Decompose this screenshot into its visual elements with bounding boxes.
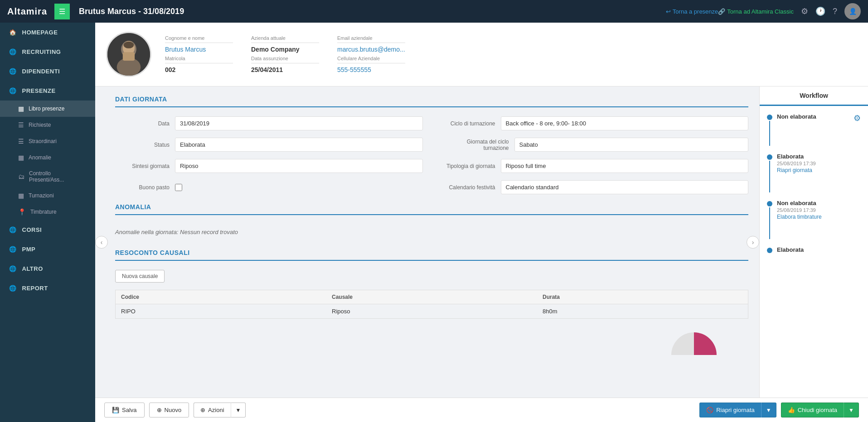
cell-codice: RIPO	[116, 304, 326, 318]
workflow-item-4: Elaborata	[767, 246, 861, 253]
buono-checkbox[interactable]	[175, 184, 182, 191]
richieste-icon: ☰	[18, 121, 24, 129]
chiudi-main-button[interactable]: 👍 Chiudi giornata	[781, 403, 844, 417]
chiudi-arrow-button[interactable]: ▼	[844, 403, 859, 417]
workflow-content: ⚙ Non elaborata	[760, 106, 868, 268]
workflow-dot-2	[767, 154, 772, 160]
workflow-item-content-3: Non elaborata 25/08/2019 17:39 Elabora t…	[777, 200, 861, 220]
next-arrow-button[interactable]: ›	[747, 236, 759, 249]
nuova-causale-button[interactable]: Nuova causale	[115, 270, 165, 283]
workflow-status-4: Elaborata	[777, 246, 861, 253]
settings-icon[interactable]: ⚙	[801, 6, 808, 16]
altro-icon: 🌐	[9, 265, 17, 272]
svg-rect-4	[123, 52, 135, 61]
giornata-label: Giornata del ciclo turnazione	[441, 139, 509, 151]
form-row-calendario: Calendario festività	[441, 180, 749, 194]
workflow-item-content-4: Elaborata	[777, 246, 861, 253]
riapri-split-button: 🚫 Riapri giornata ▼	[699, 403, 776, 417]
sidebar-item-controllo-presenti[interactable]: 🗂 Controllo Presenti/Ass...	[0, 166, 95, 187]
col-causale: Causale	[326, 290, 537, 304]
sidebar-item-presenze[interactable]: 🌐 PRESENZE	[0, 81, 95, 101]
info-group-name: Cognome e nome Brutus Marcus Matricola 0…	[165, 35, 233, 73]
straordinari-icon: ☰	[18, 138, 24, 145]
ciclo-input[interactable]	[501, 116, 749, 130]
email-label: Email aziendale	[337, 35, 405, 43]
dipendenti-icon: 🌐	[9, 68, 17, 75]
workflow-status-3: Non elaborata	[777, 200, 861, 206]
turnazioni-icon: ▦	[18, 192, 24, 199]
help-icon[interactable]: ?	[833, 7, 837, 16]
data-input[interactable]	[175, 116, 423, 130]
col-durata: Durata	[537, 290, 748, 304]
calendario-input[interactable]	[501, 180, 749, 194]
chiudi-split-button: 👍 Chiudi giornata ▼	[781, 403, 859, 417]
body-wrapper: Cognome e nome Brutus Marcus Matricola 0…	[95, 23, 868, 422]
employee-name-link[interactable]: Brutus Marcus	[165, 46, 233, 53]
sidebar-item-straordinari[interactable]: ☰ Straordinari	[0, 133, 95, 149]
cellulare-value[interactable]: 555-555555	[337, 66, 405, 73]
email-value[interactable]: marcus.brutus@demo...	[337, 46, 405, 53]
workflow-action-2[interactable]: Riapri giornata	[777, 167, 861, 173]
cell-durata: 8h0m	[537, 304, 748, 318]
recruiting-icon: 🌐	[9, 48, 17, 55]
corsi-icon: 🌐	[9, 226, 17, 233]
riapri-arrow-button[interactable]: ▼	[761, 403, 776, 417]
workflow-status-1: Non elaborata	[777, 113, 861, 120]
sidebar-item-turnazioni[interactable]: ▦ Turnazioni	[0, 187, 95, 204]
back-link[interactable]: ↩ Torna a presenze	[666, 8, 718, 15]
tipologia-input[interactable]	[501, 159, 749, 173]
sidebar-item-timbrature[interactable]: 📍 Timbrature	[0, 204, 95, 220]
sidebar-item-altro[interactable]: 🌐 ALTRO	[0, 259, 95, 278]
plus-icon: ⊕	[157, 407, 162, 413]
sidebar-item-richieste[interactable]: ☰ Richieste	[0, 117, 95, 133]
anomalia-text: Anomalie nella giornata: Nessun record t…	[115, 224, 748, 240]
assunzione-label: Data assunzione	[251, 56, 319, 63]
cell-causale: Riposo	[326, 304, 537, 318]
workflow-item-1: Non elaborata	[767, 113, 861, 146]
salva-button[interactable]: 💾 Salva	[104, 403, 145, 417]
form-row-ciclo: Ciclo di turnazione	[441, 116, 749, 130]
riapri-main-button[interactable]: 🚫 Riapri giornata	[699, 403, 761, 417]
form-row-sintesi: Sintesi giornata	[115, 159, 423, 173]
workflow-item-content-1: Non elaborata	[777, 113, 861, 120]
form-row-data: Data	[115, 116, 423, 130]
azioni-arrow-button[interactable]: ▼	[231, 403, 246, 417]
sintesi-label: Sintesi giornata	[115, 163, 170, 169]
sidebar-item-libro-presenze[interactable]: ▦ Libro presenze	[0, 101, 95, 117]
data-label: Data	[115, 120, 170, 127]
table-header: Codice Causale Durata	[115, 290, 748, 304]
sidebar-item-corsi[interactable]: 🌐 CORSI	[0, 220, 95, 240]
ciclo-label: Ciclo di turnazione	[441, 120, 495, 127]
workflow-dot-3	[767, 201, 772, 206]
azioni-split-button: ⊕ Azioni ▼	[194, 403, 246, 417]
clock-icon[interactable]: 🕐	[815, 6, 825, 16]
azioni-chevron-icon: ▼	[236, 407, 241, 413]
sidebar-item-dipendenti[interactable]: 🌐 DIPENDENTI	[0, 62, 95, 81]
resoconto-section: RESOCONTO CAUSALI Nuova causale Codice C…	[115, 249, 748, 364]
prev-arrow-button[interactable]: ‹	[95, 236, 108, 249]
page-title: Brutus Marcus - 31/08/2019	[79, 7, 657, 16]
azioni-main-button[interactable]: ⊕ Azioni	[194, 403, 230, 417]
company-value: Demo Company	[251, 46, 319, 53]
sidebar-item-recruiting[interactable]: 🌐 RECRUITING	[0, 42, 95, 62]
save-icon: 💾	[112, 407, 119, 413]
sintesi-input[interactable]	[175, 159, 423, 173]
workflow-date-2: 25/08/2019 17:39	[777, 161, 861, 166]
dati-giornata-grid: Data Ciclo di turnazione Status	[115, 116, 748, 194]
logo: Altamira	[7, 6, 47, 17]
torna-classic-link[interactable]: 🔗 Torna ad Altamira Classic	[718, 8, 794, 15]
sidebar-item-pmp[interactable]: 🌐 PMP	[0, 240, 95, 259]
nuovo-button[interactable]: ⊕ Nuovo	[149, 403, 189, 417]
workflow-tab[interactable]: Workflow	[760, 86, 868, 106]
user-avatar[interactable]: 👤	[844, 3, 861, 19]
giornata-input[interactable]	[514, 138, 749, 152]
employee-info: Cognome e nome Brutus Marcus Matricola 0…	[165, 35, 857, 73]
cellulare-label: Cellulare Aziendale	[337, 56, 405, 63]
sidebar-item-homepage[interactable]: 🏠 HOMEPAGE	[0, 23, 95, 42]
status-input[interactable]	[175, 138, 423, 152]
workflow-action-3[interactable]: Elabora timbrature	[777, 214, 861, 220]
sidebar-item-anomalie[interactable]: ▦ Anomalie	[0, 149, 95, 166]
hamburger-button[interactable]: ☰	[54, 4, 70, 19]
sidebar-item-report[interactable]: 🌐 REPORT	[0, 278, 95, 298]
presenze-icon: 🌐	[9, 87, 17, 94]
